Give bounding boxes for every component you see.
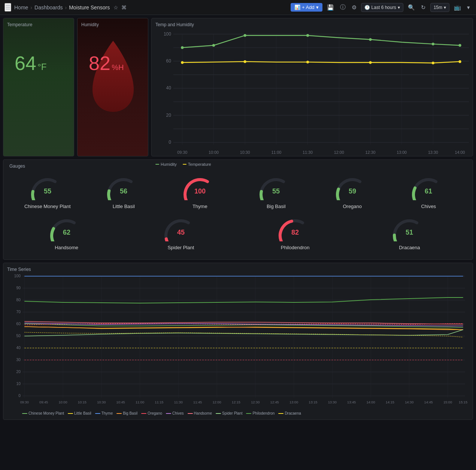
humidity-unit: %H <box>112 63 124 71</box>
gauge-item-dracaena: 51 Dracaena <box>374 212 445 253</box>
ts-legend-label-5: Chives <box>172 411 184 415</box>
svg-text:59: 59 <box>349 187 356 195</box>
ts-legend-line-4 <box>141 413 146 414</box>
save-button[interactable]: 💾 <box>325 3 336 12</box>
svg-text:56: 56 <box>120 187 127 195</box>
gauge-svg-1: 56 <box>103 174 144 201</box>
ts-legend-line-9 <box>278 413 284 414</box>
temperature-panel: Temperature 64 °F <box>3 18 74 156</box>
humidity-shape <box>89 37 137 116</box>
svg-text:20: 20 <box>166 113 172 118</box>
svg-text:10: 10 <box>16 382 21 386</box>
svg-text:12:45: 12:45 <box>270 400 279 404</box>
svg-point-43 <box>369 61 372 64</box>
svg-point-37 <box>369 38 372 41</box>
gauge-label-7: Spider Plant <box>167 245 194 250</box>
svg-point-44 <box>432 62 434 64</box>
ts-legend-label-0: Chinese Money Plant <box>28 411 64 415</box>
timeseries-section: Time Series 100 90 80 70 60 <box>3 263 473 420</box>
temp-humidity-chart-panel: Temp and Humidity 100 60 40 <box>151 18 473 156</box>
ts-legend-line-6 <box>188 413 193 414</box>
svg-point-40 <box>181 61 184 64</box>
ts-legend-item-3: Big Basil <box>116 411 137 415</box>
ts-legend-label-7: Spider Plant <box>222 411 242 415</box>
svg-text:10:45: 10:45 <box>116 400 125 404</box>
header-icons: 📊 + Add ▾ 💾 ⓘ ⚙ 🕐 Last 6 hours ▾ 🔍 ↻ 15m… <box>291 2 472 12</box>
svg-text:14:15: 14:15 <box>386 400 394 404</box>
header: ☰ Home › Dashboards › Moisture Sensors ☆… <box>0 0 476 15</box>
ts-legend-line-3 <box>116 413 122 414</box>
svg-text:10:00: 10:00 <box>58 400 67 404</box>
ts-legend-item-4: Oregano <box>141 411 162 415</box>
svg-text:13:15: 13:15 <box>309 400 317 404</box>
time-range-selector[interactable]: 🕐 Last 6 hours ▾ <box>361 3 403 12</box>
zoom-out-button[interactable]: 🔍 <box>406 3 416 12</box>
svg-text:0: 0 <box>18 394 21 398</box>
svg-text:11:15: 11:15 <box>155 400 163 404</box>
ts-legend-item-2: Thyme <box>95 411 113 415</box>
chevron-down-icon: ▾ <box>316 4 319 10</box>
timeseries-chart-area: 100 90 80 70 60 50 40 30 20 10 0 09:30 0… <box>7 274 469 409</box>
add-button[interactable]: 📊 + Add ▾ <box>291 3 322 12</box>
tv-button[interactable]: 📺 <box>452 3 463 12</box>
hamburger-button[interactable]: ☰ <box>4 3 11 12</box>
share-icon[interactable]: ⌘ <box>121 4 127 10</box>
refresh-interval-label: 15m <box>434 5 442 10</box>
gauge-item-spider-plant: 45 Spider Plant <box>145 212 216 253</box>
settings-button[interactable]: ⚙ <box>350 3 358 12</box>
more-button[interactable]: ▾ <box>466 3 472 12</box>
svg-text:10:30: 10:30 <box>97 400 106 404</box>
legend-temperature-dot <box>183 164 187 165</box>
svg-text:82: 82 <box>291 229 299 236</box>
svg-point-36 <box>306 34 309 37</box>
svg-point-38 <box>432 43 434 45</box>
gauge-label-1: Little Basil <box>113 204 135 209</box>
refresh-button[interactable]: ↻ <box>419 3 427 12</box>
breadcrumb-dashboards[interactable]: Dashboards <box>34 4 63 10</box>
svg-text:45: 45 <box>177 229 185 236</box>
svg-text:13:00: 13:00 <box>289 400 298 404</box>
svg-text:11:30: 11:30 <box>174 400 183 404</box>
ts-legend-label-4: Oregano <box>148 411 162 415</box>
refresh-interval[interactable]: 15m ▾ <box>430 3 449 12</box>
svg-text:14:45: 14:45 <box>424 400 433 404</box>
svg-text:62: 62 <box>63 229 70 236</box>
svg-text:09:45: 09:45 <box>39 400 48 404</box>
svg-point-45 <box>458 60 461 63</box>
humidity-title: Humidity <box>81 22 144 27</box>
ts-legend-label-1: Little Basil <box>74 411 91 415</box>
ts-legend-item-1: Little Basil <box>68 411 91 415</box>
gauge-item-little-basil: 56 Little Basil <box>88 171 159 212</box>
ts-legend-label-6: Handsome <box>194 411 212 415</box>
temp-humidity-chart-area: 100 60 40 20 0 09:30 10:00 10:30 11:00 1… <box>155 30 469 161</box>
svg-text:51: 51 <box>406 229 413 236</box>
svg-text:100: 100 <box>194 187 206 195</box>
svg-text:09:30: 09:30 <box>20 400 29 404</box>
ts-legend-item-7: Spider Plant <box>216 411 242 415</box>
gauge-svg-3: 55 <box>255 174 297 201</box>
gauge-item-thyme: 100 Thyme <box>164 171 236 212</box>
chart-icon: 📊 <box>294 4 300 10</box>
svg-point-35 <box>244 34 246 37</box>
ts-legend-item-5: Chives <box>166 411 184 415</box>
gauge-svg-6: 62 <box>46 215 87 242</box>
legend-temperature: Temperature <box>183 162 211 167</box>
ts-legend-label-3: Big Basil <box>123 411 137 415</box>
svg-text:50: 50 <box>16 334 21 338</box>
svg-text:11:30: 11:30 <box>303 150 313 155</box>
gauge-svg-2: 100 <box>179 174 221 201</box>
gauge-label-2: Thyme <box>192 204 207 209</box>
svg-text:14:00: 14:00 <box>455 150 465 155</box>
gauges-section: Gauges 55 Chinese Money Plant 56 Little … <box>3 159 473 260</box>
svg-text:12:00: 12:00 <box>212 400 221 404</box>
breadcrumb-current: Moisture Sensors <box>69 4 110 10</box>
svg-text:15:00: 15:00 <box>443 400 452 404</box>
info-button[interactable]: ⓘ <box>339 2 347 12</box>
star-icon[interactable]: ☆ <box>113 4 118 10</box>
gauge-label-4: Oregano <box>343 204 362 209</box>
svg-text:15:15: 15:15 <box>459 400 467 404</box>
svg-point-39 <box>458 44 461 47</box>
ts-legend-line-7 <box>216 413 221 414</box>
breadcrumb-home[interactable]: Home <box>14 4 28 10</box>
timeseries-legend: Chinese Money Plant Little Basil Thyme B… <box>7 411 469 415</box>
